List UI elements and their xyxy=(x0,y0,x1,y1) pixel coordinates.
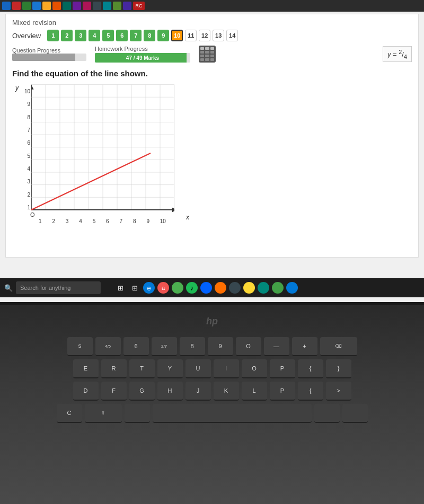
calc-dot xyxy=(200,55,204,57)
os-taskbar-top: RC xyxy=(0,0,424,12)
key-l[interactable]: L xyxy=(242,382,267,401)
key-y[interactable]: Y xyxy=(157,359,183,378)
taskbar-a-icon[interactable]: a xyxy=(157,282,169,294)
key-t[interactable]: T xyxy=(129,359,155,378)
key-s[interactable]: S xyxy=(67,337,93,356)
key-9[interactable]: 9 xyxy=(208,337,233,356)
key-dash[interactable]: — xyxy=(264,337,289,356)
taskbar-icon-1[interactable] xyxy=(2,2,11,10)
nav-num-7[interactable]: 7 xyxy=(130,30,142,41)
taskbar-chrome-icon[interactable] xyxy=(286,282,298,294)
homework-progress-bar: 47 / 49 Marks xyxy=(95,53,190,63)
key-lbracket[interactable]: { xyxy=(298,359,323,378)
key-bksp[interactable]: ⌫ xyxy=(320,337,357,356)
hp-logo: hp xyxy=(201,316,223,326)
nav-num-9[interactable]: 9 xyxy=(157,30,169,41)
key-plus[interactable]: + xyxy=(292,337,317,356)
nav-num-2[interactable]: 2 xyxy=(61,30,73,41)
taskbar-icons-right: ⊞ ⊞ e a ♪ xyxy=(114,282,298,294)
key-h[interactable]: H xyxy=(157,382,183,401)
calc-dot xyxy=(205,58,209,61)
nav-num-8[interactable]: 8 xyxy=(144,30,155,41)
key-shift-l[interactable]: ⇧ xyxy=(85,404,122,423)
key-4-5[interactable]: 4/5 xyxy=(95,337,121,356)
taskbar-icon-8[interactable] xyxy=(73,2,81,10)
key-r[interactable]: R xyxy=(101,359,127,378)
key-c[interactable]: C xyxy=(57,404,82,423)
taskbar-icon-10[interactable] xyxy=(93,2,101,10)
nav-num-13[interactable]: 13 xyxy=(213,30,224,41)
key-e[interactable]: E xyxy=(73,359,99,378)
page-title: Mixed revision xyxy=(12,19,412,26)
nav-num-12[interactable]: 12 xyxy=(199,30,210,41)
taskbar-grid-icon[interactable]: ⊞ xyxy=(129,282,140,294)
key-o[interactable]: O xyxy=(242,359,267,378)
taskbar-grey-icon[interactable] xyxy=(229,282,241,294)
key-row-2: E R T Y U I O P { } xyxy=(32,359,392,378)
key-b[interactable] xyxy=(125,404,150,423)
nav-num-1[interactable]: 1 xyxy=(47,30,59,41)
nav-num-5[interactable]: 5 xyxy=(102,30,114,41)
search-bar[interactable]: Search for anything xyxy=(16,281,101,294)
calculator-icon[interactable] xyxy=(199,46,216,63)
key-6[interactable]: 6 xyxy=(123,337,149,356)
nav-num-14[interactable]: 14 xyxy=(226,30,238,41)
key-gt[interactable]: > xyxy=(326,382,351,401)
taskbar-dropbox-icon[interactable] xyxy=(200,282,212,294)
key-8[interactable]: 8 xyxy=(180,337,205,356)
taskbar-green-icon[interactable] xyxy=(172,282,183,294)
key-i[interactable]: I xyxy=(214,359,239,378)
question-progress-bar xyxy=(12,54,86,61)
taskbar-icon-5[interactable] xyxy=(42,2,51,10)
taskbar-icon-rc[interactable]: RC xyxy=(133,2,145,10)
taskbar-icon-3[interactable] xyxy=(22,2,31,10)
taskbar-windows-icon[interactable]: ⊞ xyxy=(114,282,126,294)
taskbar-icon-7[interactable] xyxy=(63,2,71,10)
x-axis-numbers: 1 2 3 4 5 6 7 8 9 10 xyxy=(39,218,166,224)
taskbar-icon-4[interactable] xyxy=(32,2,41,10)
svg-marker-23 xyxy=(172,207,175,212)
key-n[interactable] xyxy=(314,404,340,423)
key-rbracket[interactable]: } xyxy=(326,359,351,378)
graph-y-label: y xyxy=(15,84,19,92)
nav-num-3[interactable]: 3 xyxy=(75,30,86,41)
taskbar-icon-11[interactable] xyxy=(103,2,111,10)
nav-num-4[interactable]: 4 xyxy=(89,30,100,41)
taskbar-green2-icon[interactable] xyxy=(272,282,284,294)
taskbar-icon-12[interactable] xyxy=(113,2,121,10)
key-p[interactable]: P xyxy=(270,359,295,378)
question-progress-fill xyxy=(12,54,75,61)
nav-num-10[interactable]: 10 xyxy=(171,30,183,41)
taskbar-orange-icon[interactable] xyxy=(215,282,226,294)
key-2-7[interactable]: 2/7 xyxy=(152,337,177,356)
taskbar-icon-9[interactable] xyxy=(83,2,91,10)
key-j[interactable]: J xyxy=(186,382,211,401)
keyboard: S 4/5 6 2/7 8 9 O — + ⌫ E R T Y U I O P … xyxy=(32,337,392,423)
taskbar-spotify-icon[interactable]: ♪ xyxy=(186,282,198,294)
key-lbrace2[interactable]: { xyxy=(298,382,323,401)
homework-progress-section: Homework Progress 47 / 49 Marks xyxy=(95,46,190,63)
taskbar-icon-6[interactable] xyxy=(52,2,61,10)
key-g[interactable]: G xyxy=(129,382,155,401)
taskbar-icon-13[interactable] xyxy=(123,2,131,10)
key-k[interactable]: K xyxy=(214,382,239,401)
taskbar-icon-2[interactable] xyxy=(12,2,21,10)
calc-dot xyxy=(200,51,204,54)
key-space[interactable] xyxy=(153,404,312,423)
key-p2[interactable]: P xyxy=(270,382,295,401)
svg-marker-22 xyxy=(31,85,34,90)
key-f[interactable]: F xyxy=(101,382,127,401)
nav-overview-label[interactable]: Overview xyxy=(12,32,41,40)
search-placeholder-text: Search for anything xyxy=(20,285,70,291)
calc-dot xyxy=(210,58,214,61)
key-m[interactable] xyxy=(342,404,368,423)
key-d[interactable]: D xyxy=(73,382,99,401)
taskbar-yellow-icon[interactable] xyxy=(243,282,255,294)
key-o-num[interactable]: O xyxy=(236,337,261,356)
key-u[interactable]: U xyxy=(186,359,211,378)
nav-num-11[interactable]: 11 xyxy=(185,30,197,41)
taskbar-teal-icon[interactable] xyxy=(258,282,269,294)
main-content: Mixed revision Overview 1 2 3 4 5 6 7 8 … xyxy=(5,14,419,258)
taskbar-edge-icon[interactable]: e xyxy=(143,282,155,294)
nav-num-6[interactable]: 6 xyxy=(116,30,128,41)
